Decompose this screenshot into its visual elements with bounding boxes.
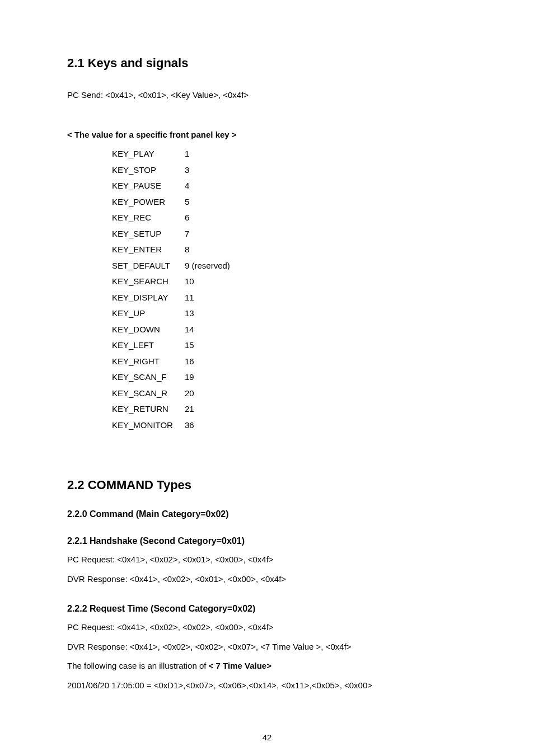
- table-row: KEY_PLAY1: [112, 146, 467, 162]
- table-row: KEY_RETURN21: [112, 401, 467, 417]
- key-value: 7: [185, 226, 189, 242]
- section-2-2-2-heading: 2.2.2 Request Time (Second Category=0x02…: [67, 604, 467, 614]
- key-name: KEY_STOP: [112, 162, 185, 179]
- key-name: KEY_SCAN_R: [112, 386, 185, 402]
- key-name: KEY_RIGHT: [112, 354, 185, 370]
- key-name: KEY_DISPLAY: [112, 290, 185, 306]
- key-value: 10: [185, 274, 194, 290]
- key-name: KEY_PAUSE: [112, 178, 185, 194]
- page-number: 42: [67, 732, 467, 742]
- section-2-1-heading: 2.1 Keys and signals: [67, 56, 467, 71]
- key-value: 19: [185, 369, 194, 386]
- pc-request-line: PC Request: <0x41>, <0x02>, <0x01>, <0x0…: [67, 552, 467, 568]
- pc-send-line: PC Send: <0x41>, <0x01>, <Key Value>, <0…: [67, 87, 467, 104]
- key-name: KEY_ENTER: [112, 242, 185, 258]
- key-name: KEY_POWER: [112, 194, 185, 210]
- time-value-bold: < 7 Time Value>: [209, 661, 271, 670]
- document-page: 2.1 Keys and signals PC Send: <0x41>, <0…: [0, 0, 534, 756]
- key-value: 14: [185, 322, 194, 338]
- pc-request-line: PC Request: <0x41>, <0x02>, <0x02>, <0x0…: [67, 619, 467, 636]
- key-name: KEY_SETUP: [112, 226, 185, 242]
- key-value: 3: [185, 162, 189, 179]
- key-name: KEY_SEARCH: [112, 274, 185, 290]
- dvr-response-line: DVR Response: <0x41>, <0x02>, <0x02>, <0…: [67, 639, 467, 655]
- section-2-2-1-heading: 2.2.1 Handshake (Second Category=0x01): [67, 536, 467, 546]
- table-row: KEY_REC6: [112, 210, 467, 226]
- key-value: 21: [185, 401, 194, 417]
- key-value: 6: [185, 210, 189, 226]
- section-2-2-0-heading: 2.2.0 Command (Main Category=0x02): [67, 509, 467, 519]
- illustration-line: The following case is an illustration of…: [67, 658, 467, 674]
- table-row: KEY_DISPLAY11: [112, 290, 467, 306]
- table-row: KEY_POWER5: [112, 194, 467, 210]
- key-value: 1: [185, 146, 189, 162]
- table-row: KEY_MONITOR36: [112, 417, 467, 434]
- key-value: 11: [185, 290, 194, 306]
- table-row: KEY_STOP3: [112, 162, 467, 179]
- table-row: KEY_SETUP7: [112, 226, 467, 242]
- table-row: KEY_LEFT15: [112, 337, 467, 354]
- key-value: 15: [185, 337, 194, 354]
- time-value-example: 2001/06/20 17:05:00 = <0xD1>,<0x07>, <0x…: [67, 678, 467, 694]
- table-row: KEY_DOWN14: [112, 322, 467, 338]
- table-row: KEY_SCAN_F19: [112, 369, 467, 386]
- key-name: KEY_LEFT: [112, 337, 185, 354]
- key-value: 13: [185, 306, 194, 322]
- key-value: 9 (reserved): [185, 258, 230, 274]
- key-name: SET_DEFAULT: [112, 258, 185, 274]
- table-row: KEY_SEARCH10: [112, 274, 467, 290]
- key-value: 20: [185, 386, 194, 402]
- table-row: SET_DEFAULT9 (reserved): [112, 258, 467, 274]
- table-row: KEY_ENTER8: [112, 242, 467, 258]
- dvr-response-line: DVR Response: <0x41>, <0x02>, <0x01>, <0…: [67, 571, 467, 588]
- key-value: 16: [185, 354, 194, 370]
- table-row: KEY_PAUSE4: [112, 178, 467, 194]
- key-value: 8: [185, 242, 189, 258]
- key-name: KEY_UP: [112, 306, 185, 322]
- table-row: KEY_RIGHT16: [112, 354, 467, 370]
- illustration-prefix: The following case is an illustration of: [67, 661, 209, 670]
- key-table-header: < The value for a specific front panel k…: [67, 127, 467, 143]
- key-name: KEY_DOWN: [112, 322, 185, 338]
- key-value: 36: [185, 417, 194, 434]
- table-row: KEY_SCAN_R20: [112, 386, 467, 402]
- section-2-2-heading: 2.2 COMMAND Types: [67, 478, 467, 492]
- key-name: KEY_REC: [112, 210, 185, 226]
- key-value-table: KEY_PLAY1 KEY_STOP3 KEY_PAUSE4 KEY_POWER…: [112, 146, 467, 433]
- key-value: 4: [185, 178, 189, 194]
- key-name: KEY_PLAY: [112, 146, 185, 162]
- key-name: KEY_RETURN: [112, 401, 185, 417]
- key-value: 5: [185, 194, 189, 210]
- key-name: KEY_SCAN_F: [112, 369, 185, 386]
- table-row: KEY_UP13: [112, 306, 467, 322]
- key-name: KEY_MONITOR: [112, 417, 185, 434]
